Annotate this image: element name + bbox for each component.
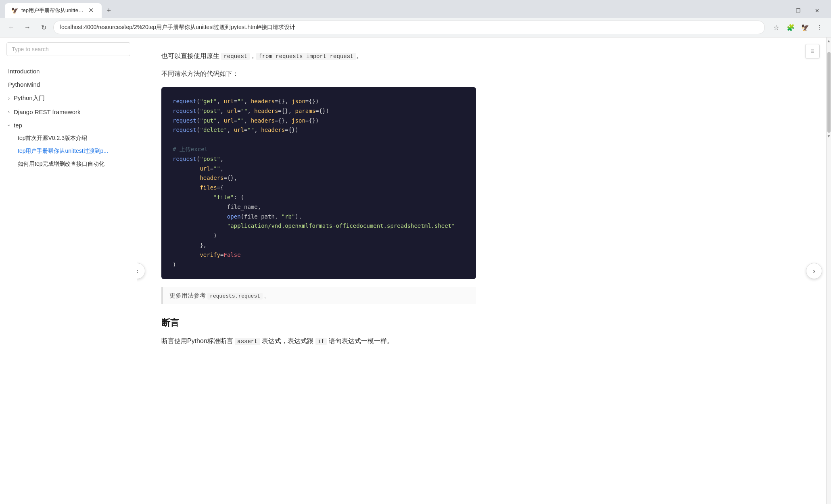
blockquote-code: requests.request xyxy=(207,293,263,300)
blockquote-text: 更多用法参考 requests.request 。 xyxy=(169,292,270,299)
sidebar-item-introduction[interactable]: Introduction xyxy=(0,65,137,78)
sidebar-subitem-label: 如何用tep完成增删改查接口自动化 xyxy=(18,160,104,167)
bookmark-icon[interactable]: ☆ xyxy=(770,21,783,34)
menu-icon[interactable]: ⋮ xyxy=(813,21,826,34)
code-block-main: request("get", url="", headers={}, json=… xyxy=(161,87,476,279)
sidebar-item-label: Python入门 xyxy=(14,94,45,102)
window-controls: — ❐ ✕ xyxy=(770,4,826,17)
sidebar-item-label: PythonMind xyxy=(8,81,40,88)
sidebar-subitem-tep-crud[interactable]: 如何用tep完成增删改查接口自动化 xyxy=(0,158,137,171)
sidebar-item-pythonmind[interactable]: PythonMind xyxy=(0,78,137,91)
browser-chrome: 🦅 tep用户手册帮你从unittest过渡... ✕ + — ❐ ✕ ← → … xyxy=(0,0,831,37)
toc-button[interactable]: ≡ xyxy=(805,44,820,58)
new-tab-button[interactable]: + xyxy=(103,5,115,16)
url-text: localhost:4000/resources/tep/2%20tep用户手册… xyxy=(60,24,758,31)
sidebar-item-label: Django REST framework xyxy=(14,108,81,115)
sidebar-item-django-rest[interactable]: › Django REST framework xyxy=(0,105,137,119)
section-heading-assert: 断言 xyxy=(161,315,476,330)
address-bar: ← → ↻ localhost:4000/resources/tep/2%20t… xyxy=(0,18,831,37)
sidebar-item-label: Introduction xyxy=(8,68,40,75)
chevron-right-icon: › xyxy=(8,109,10,115)
close-button[interactable]: ✕ xyxy=(808,4,826,17)
subtitle-text: 不同请求方法的代码如下： xyxy=(161,68,476,79)
section-body: 断言使用Python标准断言 assert 表达式，表达式跟 if 语句表达式一… xyxy=(161,335,476,347)
sidebar-item-label: tep xyxy=(14,122,22,129)
back-button[interactable]: ← xyxy=(5,21,18,34)
chevron-right-icon: › xyxy=(8,96,10,101)
url-bar[interactable]: localhost:4000/resources/tep/2%20tep用户手册… xyxy=(53,21,765,34)
sidebar-subitem-label: tep用户手册帮你从unittest过渡到p... xyxy=(18,148,108,154)
maximize-button[interactable]: ❐ xyxy=(789,4,808,17)
sidebar-subitem-tep-manual[interactable]: tep用户手册帮你从unittest过渡到p... xyxy=(0,145,137,158)
tab-close-button[interactable]: ✕ xyxy=(87,6,95,15)
reload-button[interactable]: ↻ xyxy=(37,21,50,34)
search-input[interactable] xyxy=(6,42,130,56)
minimize-button[interactable]: — xyxy=(770,4,789,17)
scrollbar-down-button[interactable]: ▼ xyxy=(827,133,831,139)
tab-title: tep用户手册帮你从unittest过渡... xyxy=(21,7,84,14)
inline-code-assert: assert xyxy=(235,338,260,345)
sidebar-item-python-intro[interactable]: › Python入门 xyxy=(0,91,137,105)
extensions-icon[interactable]: 🧩 xyxy=(784,21,797,34)
scrollbar-up-button[interactable]: ▲ xyxy=(827,37,831,44)
sidebar: Introduction PythonMind › Python入门 › Dja… xyxy=(0,37,137,504)
main-layout: Introduction PythonMind › Python入门 › Dja… xyxy=(0,37,831,504)
content-area[interactable]: ≡ ‹ › 也可以直接使用原生 request，from requests im… xyxy=(137,37,826,504)
nav-list: Introduction PythonMind › Python入门 › Dja… xyxy=(0,61,137,174)
right-scrollbar: ▲ ▼ xyxy=(826,37,831,504)
blockquote: 更多用法参考 requests.request 。 xyxy=(161,287,476,304)
content-inner: 也可以直接使用原生 request，from requests import r… xyxy=(137,37,500,366)
inline-code-request: request xyxy=(221,53,250,60)
inline-code-import: from requests import request xyxy=(256,53,356,60)
chevron-down-icon: › xyxy=(6,125,12,126)
profile-icon[interactable]: 🦅 xyxy=(799,21,812,34)
search-box xyxy=(0,37,137,61)
next-page-button[interactable]: › xyxy=(806,263,822,279)
sidebar-item-tep[interactable]: › tep xyxy=(0,119,137,132)
intro-paragraph: 也可以直接使用原生 request，from requests import r… xyxy=(161,50,476,62)
browser-tab[interactable]: 🦅 tep用户手册帮你从unittest过渡... ✕ xyxy=(5,3,102,18)
sidebar-subitem-label: tep首次开源V0.2.3版本介绍 xyxy=(18,135,87,141)
sidebar-subitem-tep-v023[interactable]: tep首次开源V0.2.3版本介绍 xyxy=(0,132,137,145)
browser-toolbar-icons: ☆ 🧩 🦅 ⋮ xyxy=(770,21,826,34)
inline-code-if: if xyxy=(315,338,327,345)
tab-bar: 🦅 tep用户手册帮你从unittest过渡... ✕ + — ❐ ✕ xyxy=(0,0,831,18)
scrollbar-thumb[interactable] xyxy=(827,52,831,133)
tab-favicon: 🦅 xyxy=(11,7,18,14)
forward-button[interactable]: → xyxy=(21,21,34,34)
